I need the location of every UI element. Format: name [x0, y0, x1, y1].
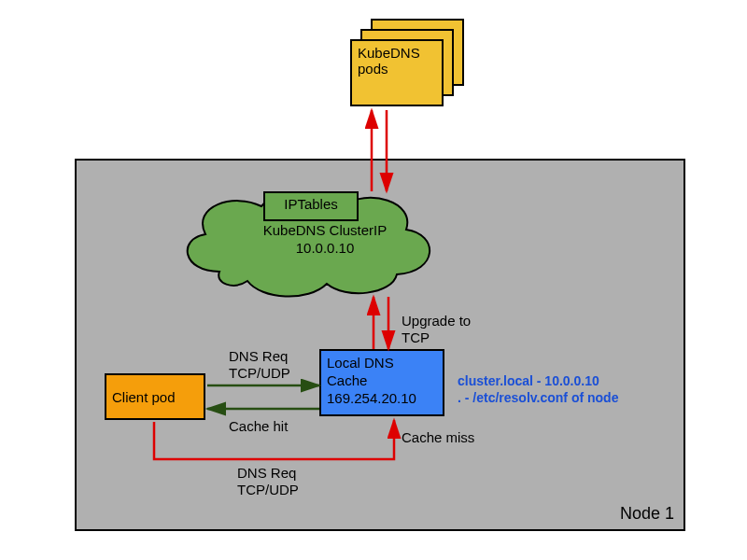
cloud-label: KubeDNS ClusterIP 10.0.0.10 [241, 222, 409, 258]
dns-cache-line3: 169.254.20.10 [327, 390, 437, 408]
resolver-annotation: cluster.local - 10.0.0.10 . - /etc/resol… [458, 373, 672, 406]
dns-cache-line1: Local DNS [327, 355, 437, 372]
dns-cache-line2: Cache [327, 372, 437, 390]
kubedns-pod-card: KubeDNS pods [350, 39, 444, 106]
label-dns-req-bottom: DNS Req [237, 465, 296, 482]
kubedns-pods-stack: KubeDNS pods [350, 19, 467, 112]
label-cache-miss: Cache miss [402, 429, 474, 446]
client-pod-box: Client pod [105, 373, 205, 420]
annotation-line1: cluster.local - 10.0.0.10 [458, 373, 672, 390]
cloud-label-line2: 10.0.0.10 [241, 240, 409, 258]
label-dns-req-top: DNS Req [229, 348, 288, 365]
node-label: Node 1 [620, 504, 674, 524]
label-tcp-udp-bottom: TCP/UDP [237, 482, 299, 498]
label-cache-hit: Cache hit [229, 418, 288, 435]
local-dns-cache-box: Local DNS Cache 169.254.20.10 [319, 349, 444, 416]
label-upgrade-1: Upgrade to [402, 313, 471, 329]
label-tcp-udp-top: TCP/UDP [229, 365, 290, 382]
label-upgrade-2: TCP [402, 329, 430, 346]
kubedns-pod-label: KubeDNS pods [358, 45, 420, 77]
cloud-label-line1: KubeDNS ClusterIP [241, 222, 409, 240]
iptables-box: IPTables [263, 191, 359, 221]
annotation-line2: . - /etc/resolv.conf of node [458, 390, 672, 407]
client-pod-label: Client pod [112, 389, 176, 405]
iptables-label: IPTables [284, 196, 338, 212]
